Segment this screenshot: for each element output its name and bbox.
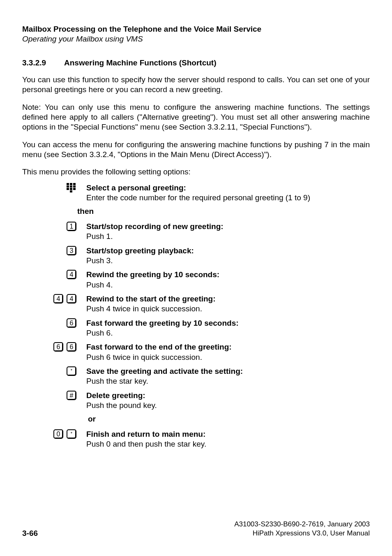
key-icon: # bbox=[67, 391, 76, 400]
item-title: Save the greeting and activate the setti… bbox=[86, 367, 243, 375]
item-desc: Push the pound key. bbox=[86, 401, 370, 410]
item-title: Delete greeting: bbox=[86, 391, 145, 400]
item-text: Select a personal greeting: Enter the co… bbox=[85, 183, 370, 203]
item-title: Start/stop greeting playback: bbox=[86, 246, 194, 255]
footer-product: HiPath Xpressions V3.0, User Manual bbox=[22, 529, 370, 538]
item-text: Delete greeting: Push the pound key. bbox=[85, 391, 370, 411]
then-label: then bbox=[77, 207, 370, 216]
item-desc: Enter the code number for the required p… bbox=[86, 193, 370, 203]
chapter-subtitle: Operating your Mailbox using VMS bbox=[22, 35, 370, 44]
key-icon: 6 bbox=[67, 318, 76, 328]
chapter-title: Mailbox Processing on the Telephone and … bbox=[22, 25, 370, 34]
key-icon: 3 bbox=[67, 246, 76, 255]
item-text: Rewind to the start of the greeting: Pus… bbox=[85, 294, 370, 314]
item-desc: Push 0 and then push the star key. bbox=[86, 439, 370, 449]
page-number: 3-66 bbox=[22, 529, 38, 538]
key-icon: 1 bbox=[67, 222, 76, 231]
item-text: Fast forward to the end of the greeting:… bbox=[85, 342, 370, 362]
item-title: Fast forward the greeting by 10 seconds: bbox=[86, 319, 239, 327]
paragraph: Note: You can only use this menu to conf… bbox=[22, 102, 370, 132]
item-title: Finish and return to main menu: bbox=[86, 430, 205, 438]
key-icon: 4 bbox=[53, 294, 63, 303]
list-item: 1 Start/stop recording of new greeting: … bbox=[22, 222, 370, 242]
key-icon: 4 bbox=[67, 270, 76, 279]
paragraph: You can access the menu for configuring … bbox=[22, 140, 370, 160]
item-title: Rewind to the start of the greeting: bbox=[86, 294, 216, 303]
list-item: 6 Fast forward the greeting by 10 second… bbox=[22, 318, 370, 338]
section-title: Answering Machine Functions (Shortcut) bbox=[64, 58, 217, 67]
item-text: Start/stop recording of new greeting: Pu… bbox=[85, 222, 370, 242]
list-item: Select a personal greeting: Enter the co… bbox=[22, 183, 370, 203]
list-item: 4 Rewind the greeting by 10 seconds: Pus… bbox=[22, 270, 370, 290]
item-text: Finish and return to main menu: Push 0 a… bbox=[85, 429, 370, 449]
item-desc: Push 4. bbox=[86, 280, 370, 290]
item-desc: Push 6. bbox=[86, 328, 370, 338]
paragraph: This menu provides the following setting… bbox=[22, 167, 370, 177]
item-desc: Push 3. bbox=[86, 256, 370, 266]
item-desc: Push 4 twice in quick succession. bbox=[86, 304, 370, 314]
item-text: Start/stop greeting playback: Push 3. bbox=[85, 246, 370, 266]
option-list: Select a personal greeting: Enter the co… bbox=[22, 183, 370, 449]
paragraph: You can use this function to specify how… bbox=[22, 75, 370, 95]
list-item: 6 6 Fast forward to the end of the greet… bbox=[22, 342, 370, 362]
or-label: or bbox=[88, 415, 370, 424]
list-item: 4 4 Rewind to the start of the greeting:… bbox=[22, 294, 370, 314]
keypad-icon bbox=[67, 183, 76, 193]
item-desc: Push the star key. bbox=[86, 376, 370, 386]
list-item: 0 * Finish and return to main menu: Push… bbox=[22, 429, 370, 449]
key-icon: 6 bbox=[67, 342, 76, 352]
key-icon: 6 bbox=[53, 342, 63, 352]
key-icon: * bbox=[67, 366, 76, 376]
item-title: Start/stop recording of new greeting: bbox=[86, 222, 224, 231]
item-desc: Push 6 twice in quick succession. bbox=[86, 352, 370, 362]
item-title: Fast forward to the end of the greeting: bbox=[86, 343, 232, 351]
section-heading: 3.3.2.9Answering Machine Functions (Shor… bbox=[22, 58, 370, 67]
item-desc: Push 1. bbox=[86, 232, 370, 241]
footer-docid: A31003-S2330-B690-2-7619, January 2003 bbox=[22, 520, 370, 529]
item-text: Rewind the greeting by 10 seconds: Push … bbox=[85, 270, 370, 290]
key-icon: 0 bbox=[53, 429, 63, 439]
key-icon: 4 bbox=[67, 294, 76, 303]
list-item: 3 Start/stop greeting playback: Push 3. bbox=[22, 246, 370, 266]
left-key-slot: 6 bbox=[53, 342, 63, 352]
key-icon: * bbox=[67, 429, 76, 439]
page-footer: A31003-S2330-B690-2-7619, January 2003 H… bbox=[22, 520, 370, 538]
left-key-slot: 0 bbox=[53, 429, 63, 439]
page: Mailbox Processing on the Telephone and … bbox=[0, 0, 392, 556]
list-item: # Delete greeting: Push the pound key. bbox=[22, 391, 370, 411]
item-title: Rewind the greeting by 10 seconds: bbox=[86, 270, 219, 279]
item-text: Fast forward the greeting by 10 seconds:… bbox=[85, 318, 370, 338]
list-item: * Save the greeting and activate the set… bbox=[22, 366, 370, 387]
item-text: Save the greeting and activate the setti… bbox=[85, 366, 370, 387]
item-title: Select a personal greeting: bbox=[86, 183, 186, 192]
left-key-slot: 4 bbox=[53, 294, 63, 303]
section-number: 3.3.2.9 bbox=[22, 58, 64, 67]
